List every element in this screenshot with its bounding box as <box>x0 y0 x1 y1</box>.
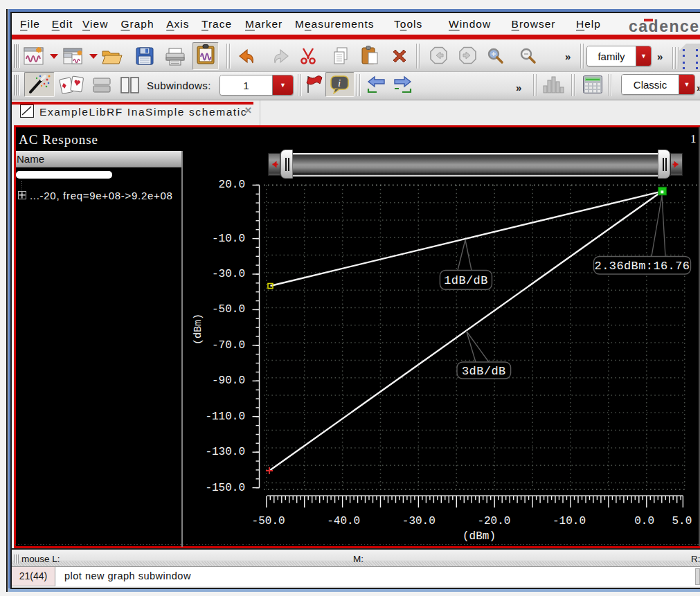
svg-text:3dB/dB: 3dB/dB <box>462 365 506 378</box>
svg-text:1dB/dB: 1dB/dB <box>444 274 488 287</box>
svg-text:2.36dBm:16.76: 2.36dBm:16.76 <box>595 260 690 273</box>
svg-text:i: i <box>338 78 341 89</box>
